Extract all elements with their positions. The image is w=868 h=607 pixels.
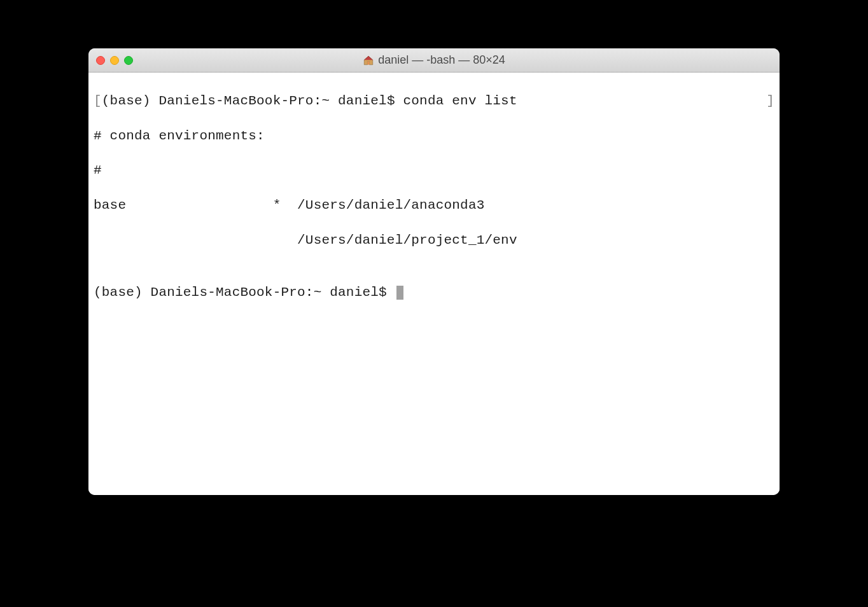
- terminal-line: #: [94, 162, 774, 179]
- window-title-text: daniel — -bash — 80×24: [378, 53, 505, 67]
- titlebar[interactable]: daniel — -bash — 80×24: [88, 48, 780, 73]
- cursor: [396, 286, 403, 300]
- terminal-line: # conda environments:: [94, 127, 774, 144]
- terminal-body[interactable]: [(base) Daniels-MacBook-Pro:~ daniel$ co…: [88, 73, 780, 495]
- window-title: daniel — -bash — 80×24: [88, 53, 780, 67]
- terminal-line: /Users/daniel/project_1/env: [94, 232, 774, 249]
- terminal-window: daniel — -bash — 80×24 [(base) Daniels-M…: [88, 48, 780, 495]
- shell-prompt: (base) Daniels-MacBook-Pro:~ daniel$: [102, 94, 403, 108]
- prompt-bracket-close: ]: [766, 92, 774, 109]
- svg-rect-0: [368, 61, 370, 64]
- terminal-line: base * /Users/daniel/anaconda3: [94, 197, 774, 214]
- home-icon: [363, 55, 374, 66]
- close-button[interactable]: [96, 56, 105, 65]
- command-text: conda env list: [403, 94, 517, 108]
- shell-prompt: (base) Daniels-MacBook-Pro:~ daniel$: [94, 285, 395, 300]
- minimize-button[interactable]: [110, 56, 119, 65]
- traffic-lights: [96, 56, 133, 65]
- terminal-line: (base) Daniels-MacBook-Pro:~ daniel$: [94, 284, 774, 301]
- maximize-button[interactable]: [124, 56, 133, 65]
- prompt-bracket-open: [: [94, 94, 102, 108]
- terminal-line: [(base) Daniels-MacBook-Pro:~ daniel$ co…: [94, 92, 774, 109]
